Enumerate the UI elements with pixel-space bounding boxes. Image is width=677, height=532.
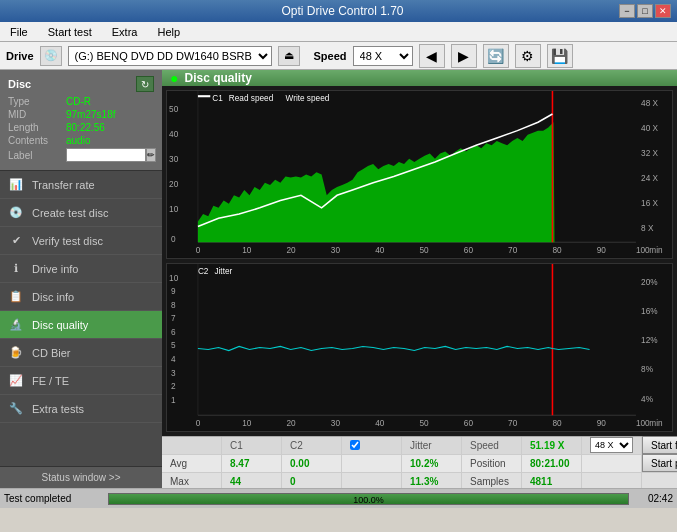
eject-button[interactable]: ⏏ bbox=[278, 46, 300, 66]
minimize-button[interactable]: − bbox=[619, 4, 635, 18]
chart-c1: 50 40 30 20 10 0 0 10 20 30 40 50 60 70 … bbox=[166, 90, 673, 259]
app-title: Opti Drive Control 1.70 bbox=[66, 4, 619, 18]
menu-extra[interactable]: Extra bbox=[106, 24, 144, 40]
svg-text:Read speed: Read speed bbox=[229, 93, 274, 103]
disc-quality-icon: 🔬 bbox=[8, 317, 24, 333]
disc-label-label: Label bbox=[8, 150, 66, 161]
disc-length-label: Length bbox=[8, 122, 66, 133]
menu-file[interactable]: File bbox=[4, 24, 34, 40]
jitter-checkbox[interactable] bbox=[350, 440, 360, 450]
speed-select[interactable]: 48 X bbox=[353, 46, 413, 66]
svg-text:10: 10 bbox=[169, 273, 179, 283]
progress-time: 02:42 bbox=[633, 493, 673, 504]
transfer-rate-label: Transfer rate bbox=[32, 179, 95, 191]
svg-text:50: 50 bbox=[420, 245, 430, 255]
sidebar-item-disc-info[interactable]: 📋Disc info bbox=[0, 283, 162, 311]
svg-text:16 X: 16 X bbox=[641, 198, 658, 208]
svg-text:30: 30 bbox=[169, 154, 179, 164]
chart-c2-svg: 10 9 8 7 6 5 4 3 2 1 0 10 20 30 40 50 bbox=[167, 264, 672, 431]
back-button[interactable]: ◀ bbox=[419, 44, 445, 68]
window-controls: − □ ✕ bbox=[619, 4, 671, 18]
start-full-button[interactable]: Start full bbox=[642, 436, 677, 454]
disc-quality-label: Disc quality bbox=[32, 319, 88, 331]
sidebar-item-extra-tests[interactable]: 🔧Extra tests bbox=[0, 395, 162, 423]
svg-text:50: 50 bbox=[169, 104, 179, 114]
disc-refresh-button[interactable]: ↻ bbox=[136, 76, 154, 92]
stats-panel: C1 C2 Jitter Speed 51.19 X 48 X Start fu… bbox=[162, 436, 677, 488]
status-window-button[interactable]: Status window >> bbox=[0, 466, 162, 488]
svg-text:min: min bbox=[649, 245, 663, 255]
stats-jitter-header: Jitter bbox=[402, 437, 462, 454]
svg-text:6: 6 bbox=[171, 327, 176, 337]
svg-text:100: 100 bbox=[636, 418, 650, 428]
avg-position-label: Position bbox=[462, 455, 522, 472]
drive-info-label: Drive info bbox=[32, 263, 78, 275]
save-button[interactable]: 💾 bbox=[547, 44, 573, 68]
disc-info-label: Disc info bbox=[32, 291, 74, 303]
sidebar-item-drive-info[interactable]: ℹDrive info bbox=[0, 255, 162, 283]
max-samples-value: 4811 bbox=[522, 473, 582, 488]
cd-bier-icon: 🍺 bbox=[8, 345, 24, 361]
svg-text:C2: C2 bbox=[198, 266, 209, 276]
drive-bar: Drive 💿 (G:) BENQ DVD DD DW1640 BSRB ⏏ S… bbox=[0, 42, 677, 70]
stats-c1-header: C1 bbox=[222, 437, 282, 454]
sidebar-item-verify-test-disc[interactable]: ✔Verify test disc bbox=[0, 227, 162, 255]
svg-text:Write speed: Write speed bbox=[286, 93, 330, 103]
svg-text:30: 30 bbox=[331, 245, 341, 255]
forward-button[interactable]: ▶ bbox=[451, 44, 477, 68]
svg-text:3: 3 bbox=[171, 367, 176, 377]
drive-select[interactable]: (G:) BENQ DVD DD DW1640 BSRB bbox=[68, 46, 272, 66]
create-test-disc-icon: 💿 bbox=[8, 205, 24, 221]
svg-text:9: 9 bbox=[171, 286, 176, 296]
disc-mid-label: MID bbox=[8, 109, 66, 120]
drive-info-icon: ℹ bbox=[8, 261, 24, 277]
sidebar-item-disc-quality[interactable]: 🔬Disc quality bbox=[0, 311, 162, 339]
svg-text:2: 2 bbox=[171, 381, 176, 391]
create-test-disc-label: Create test disc bbox=[32, 207, 108, 219]
svg-text:0: 0 bbox=[196, 245, 201, 255]
label-edit-button[interactable]: ✏ bbox=[146, 148, 156, 162]
svg-text:20%: 20% bbox=[641, 277, 658, 287]
max-samples-label: Samples bbox=[462, 473, 522, 488]
sidebar-item-create-test-disc[interactable]: 💿Create test disc bbox=[0, 199, 162, 227]
svg-text:8: 8 bbox=[171, 300, 176, 310]
svg-text:min: min bbox=[649, 418, 663, 428]
svg-text:90: 90 bbox=[597, 418, 607, 428]
svg-text:10: 10 bbox=[242, 245, 252, 255]
start-part-button[interactable]: Start part bbox=[642, 454, 677, 472]
svg-text:60: 60 bbox=[464, 245, 474, 255]
maximize-button[interactable]: □ bbox=[637, 4, 653, 18]
svg-text:20: 20 bbox=[287, 245, 297, 255]
stats-speed-select[interactable]: 48 X bbox=[590, 437, 633, 453]
verify-test-disc-icon: ✔ bbox=[8, 233, 24, 249]
sidebar-item-fe-te[interactable]: 📈FE / TE bbox=[0, 367, 162, 395]
svg-text:8 X: 8 X bbox=[641, 223, 654, 233]
content-area: ● Disc quality 50 40 30 20 10 bbox=[162, 70, 677, 488]
refresh-drive-button[interactable]: 🔄 bbox=[483, 44, 509, 68]
sidebar-item-cd-bier[interactable]: 🍺CD Bier bbox=[0, 339, 162, 367]
menu-start-test[interactable]: Start test bbox=[42, 24, 98, 40]
svg-text:0: 0 bbox=[171, 234, 176, 244]
svg-text:40: 40 bbox=[375, 418, 385, 428]
sidebar-item-transfer-rate[interactable]: 📊Transfer rate bbox=[0, 171, 162, 199]
fe-te-icon: 📈 bbox=[8, 373, 24, 389]
svg-text:5: 5 bbox=[171, 340, 176, 350]
disc-contents-value: audio bbox=[66, 135, 90, 146]
svg-text:100: 100 bbox=[636, 245, 650, 255]
settings-button[interactable]: ⚙ bbox=[515, 44, 541, 68]
main-layout: Disc ↻ Type CD-R MID 97m27s18f Length 80… bbox=[0, 70, 677, 488]
disc-contents-label: Contents bbox=[8, 135, 66, 146]
disc-panel: Disc ↻ Type CD-R MID 97m27s18f Length 80… bbox=[0, 70, 162, 171]
extra-tests-label: Extra tests bbox=[32, 403, 84, 415]
avg-jitter-value: 10.2% bbox=[402, 455, 462, 472]
stats-c2-header: C2 bbox=[282, 437, 342, 454]
menu-help[interactable]: Help bbox=[151, 24, 186, 40]
max-c1-value: 44 bbox=[222, 473, 282, 488]
charts-container: 50 40 30 20 10 0 0 10 20 30 40 50 60 70 … bbox=[162, 86, 677, 436]
disc-info-icon: 📋 bbox=[8, 289, 24, 305]
svg-text:40: 40 bbox=[375, 245, 385, 255]
svg-text:48 X: 48 X bbox=[641, 98, 658, 108]
disc-label-input[interactable] bbox=[66, 148, 146, 162]
close-button[interactable]: ✕ bbox=[655, 4, 671, 18]
svg-text:70: 70 bbox=[508, 418, 518, 428]
